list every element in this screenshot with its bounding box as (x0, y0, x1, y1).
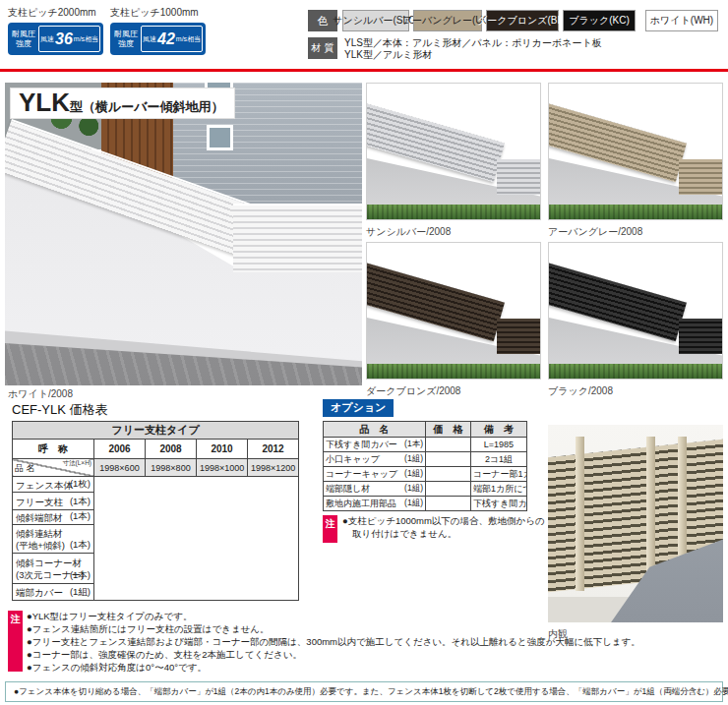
footer-note-box: ●フェンス本体を切り縮める場合、「端部カバー」が1組（2本の内1本のみ使用）必要… (5, 681, 723, 702)
strength-label: 耐風圧 強度 (114, 26, 138, 52)
price-table-title: CEF-YLK 価格表 (12, 401, 108, 419)
option-note: コーナー部1カ所につき1組必要 (471, 467, 527, 482)
fence-level-section (233, 204, 362, 272)
wind-speed-box: 風速 36 m/s相当 (38, 26, 100, 52)
item-row: フリー支柱 (1本) (13, 493, 94, 510)
grass (549, 364, 722, 379)
wind-speed-value: 36 (55, 31, 73, 47)
color-swatch-black: ブラック(KC) (563, 10, 636, 31)
photo-caption: サンシルバー/2008 (366, 225, 451, 239)
fence-photo-black (548, 242, 723, 380)
option-price (426, 467, 471, 482)
dim-cell: 1998×600 (94, 459, 146, 477)
note-line: ●フェンスの傾斜対応角度は0°〜40°です。 (27, 661, 640, 674)
material-row-label: 材 質 (308, 37, 337, 59)
option-row: コーナーキャップ(1組) コーナー部1カ所につき1組必要 (324, 467, 527, 482)
option-row: 端部隠し材(1組) 端部1カ所につき1組必要 (324, 482, 527, 497)
product-title: YLK 型（横ルーバー傾斜地用） (11, 88, 234, 118)
option-price (426, 497, 471, 511)
option-row: 敷地内施工用部品(1組) 下桟すき間カバー1本につき1組必要 (324, 497, 527, 511)
code-cell: 2008 (146, 440, 197, 459)
note-line: ●フェンス連結箇所にはフリー支柱の設置はできません。 (27, 622, 640, 635)
grass (367, 205, 540, 219)
option-note: 下桟すき間カバー1本につき1組必要 (471, 497, 527, 511)
wind-pressure-badge: 耐風圧 強度 風速 42 m/s相当 (110, 23, 206, 55)
call-header-cell: 呼 称 (13, 440, 94, 459)
dim-cell: 1998×1200 (248, 459, 299, 477)
note-line: ●コーナー部は、強度確保のため、支柱を2本施工してください。 (27, 648, 640, 661)
item-row: 傾斜連結材 (平地+傾斜) (1本) (13, 525, 94, 554)
wind-badge-1000: 支柱ピッチ1000mm 耐風圧 強度 風速 42 m/s相当 (110, 6, 206, 55)
fence-level-section (679, 319, 722, 354)
catalog-page: 支柱ピッチ2000mm 耐風圧 強度 風速 36 m/s相当 支柱ピッチ1000… (0, 0, 728, 705)
fence-level-section (497, 159, 540, 195)
option-price (426, 482, 471, 497)
window (207, 125, 233, 150)
wind-speed-box: 風速 42 m/s相当 (141, 26, 203, 52)
grass (549, 205, 722, 219)
interior-view-photo (548, 425, 723, 622)
fence-photo-urbangray (548, 83, 723, 220)
wind-speed-value: 42 (157, 31, 175, 47)
fence-level-section (497, 319, 540, 354)
item-row: フェンス本体 (1枚) (13, 477, 94, 493)
price-grid-empty (94, 477, 299, 601)
photo-caption: ダークブロンズ/2008 (366, 384, 460, 398)
pitch-label: 支柱ピッチ1000mm (110, 6, 206, 20)
dim-cell: 1998×1000 (197, 459, 248, 477)
note-marker: 注 (8, 611, 23, 672)
product-code: YLK (19, 89, 70, 115)
item-row: 傾斜コーナー材 (3次元コーナー) (1本) (13, 554, 94, 584)
option-row: 小口キャップ(1組) 2コ1組 (324, 452, 527, 467)
item-row: 端部カバー (1組) (13, 584, 94, 601)
code-cell: 2010 (197, 440, 248, 459)
option-row: 下桟すき間カバー(1本) L=1985 (324, 438, 527, 452)
note-marker: 注 (323, 515, 337, 543)
photo-caption: アーバングレー/2008 (548, 225, 642, 239)
wind-badge-2000: 支柱ピッチ2000mm 耐風圧 強度 風速 36 m/s相当 (8, 6, 103, 55)
red-divider (0, 69, 728, 72)
note-line: ●フリー支柱とフェンス連結部および端部・コーナー部の間隔は、300mm以内で施工… (27, 635, 640, 648)
code-cell: 2012 (248, 440, 299, 459)
option-note: 2コ1組 (471, 452, 527, 467)
fence-photo-darkbronze (366, 242, 541, 380)
options-label: オプション (323, 399, 394, 417)
fence-post (576, 437, 584, 591)
photo-caption: ホワイト/2008 (8, 387, 73, 401)
footer-note-text: ●フェンス本体を切り縮める場合、「端部カバー」が1組（2本の内1本のみ使用）必要… (14, 686, 728, 698)
options-header-name: 品 名 (324, 422, 426, 438)
fence-level-section (679, 159, 722, 195)
material-text: YLS型／本体：アルミ形材／パネル：ポリカーボネート板 YLK型／アルミ形材 (344, 37, 602, 61)
option-note: L=1985 (471, 438, 527, 452)
price-table: フリー支柱タイプ 呼 称 2006 2008 2010 2012 寸法(L×H)… (12, 421, 299, 601)
pitch-label: 支柱ピッチ2000mm (8, 6, 103, 20)
options-table: 品 名 価 格 備 考 下桟すき間カバー(1本) L=1985 小口キャップ(1… (323, 421, 527, 511)
options-header-price: 価 格 (426, 422, 471, 438)
color-swatch-urbangray: アーバングレー(UC) (413, 10, 482, 31)
option-note: 端部1カ所につき1組必要 (471, 482, 527, 497)
code-cell: 2006 (94, 440, 146, 459)
color-swatch-white: ホワイト(WH) (645, 10, 718, 31)
price-table-type-header: フリー支柱タイプ (13, 422, 299, 440)
wind-pressure-badge: 耐風圧 強度 風速 36 m/s相当 (8, 23, 103, 55)
main-fence-photo: YLK 型（横ルーバー傾斜地用） (5, 83, 362, 385)
name-dim-diagonal-cell: 寸法(L×H) 品 名 (13, 459, 94, 477)
fence-photo-sunsilver (366, 83, 541, 220)
photo-caption: ブラック/2008 (548, 384, 613, 398)
strength-label: 耐風圧 強度 (12, 26, 35, 52)
options-note: ●支柱ピッチ1000mm以下の場合、敷地側からの 取り付けはできません。 (342, 514, 545, 540)
option-price (426, 438, 471, 452)
color-swatch-sunsilver: サンシルバー(SLC) (342, 10, 409, 31)
color-swatch-darkbronze: ダークブロンズ(BD) (486, 10, 559, 31)
usage-notes: ●YLK型はフリー支柱タイプのみです。 ●フェンス連結箇所にはフリー支柱の設置は… (27, 610, 640, 674)
note-line: ●YLK型はフリー支柱タイプのみです。 (27, 610, 640, 622)
options-header-note: 備 考 (471, 422, 527, 438)
option-price (426, 452, 471, 467)
grass (367, 364, 540, 379)
dim-cell: 1998×800 (146, 459, 197, 477)
item-row: 傾斜端部材 (1本) (13, 510, 94, 525)
